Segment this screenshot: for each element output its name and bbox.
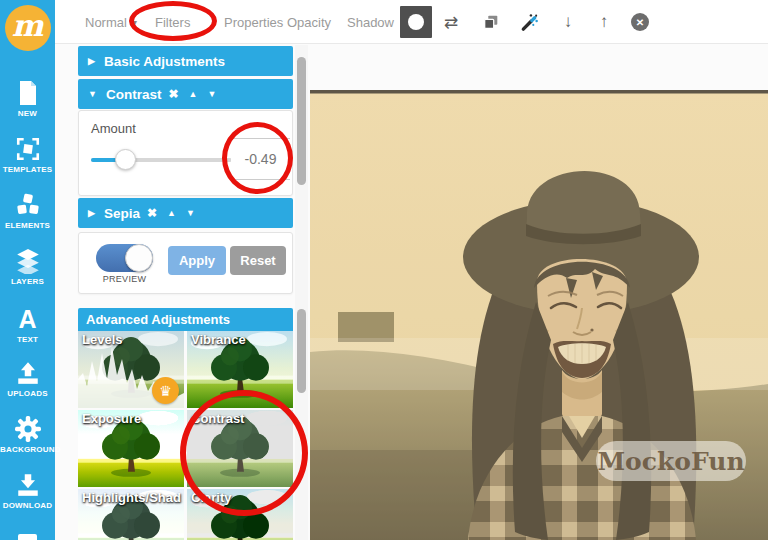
background-icon <box>15 416 41 442</box>
sidebar-item-background[interactable]: BACKGROUND <box>0 416 55 454</box>
amount-slider[interactable] <box>91 158 232 162</box>
premium-crown-icon: ♛ <box>152 377 179 404</box>
expanded-triangle-icon: ▼ <box>88 89 97 99</box>
chevron-down-icon: ▾ <box>132 17 137 28</box>
filter-thumbnail-contrast[interactable]: Contrast <box>187 410 293 487</box>
preview-actions-card: PREVIEW Apply Reset <box>78 232 293 294</box>
move-down-icon[interactable]: ↓ <box>555 0 581 44</box>
sidebar-item-text[interactable]: A TEXT <box>0 306 55 344</box>
delete-icon[interactable]: ✕ <box>627 0 653 44</box>
move-up-icon[interactable]: ↑ <box>591 0 617 44</box>
uploads-icon <box>15 360 41 386</box>
amount-label: Amount <box>91 121 136 136</box>
mockofun-watermark: MockoFun <box>596 441 746 481</box>
mockofun-logo[interactable]: m <box>0 0 55 55</box>
duplicate-icon[interactable] <box>478 0 504 44</box>
collapsed-triangle-icon: ▶ <box>88 56 95 66</box>
filter-thumbnail-vibrance[interactable]: Vibrance <box>187 331 293 408</box>
templates-icon <box>15 136 41 162</box>
sidebar-item-uploads[interactable]: UPLOADS <box>0 360 55 398</box>
new-document-icon <box>17 80 39 106</box>
download-icon <box>15 472 41 498</box>
advanced-adjustments-header: Advanced Adjustments <box>78 308 293 331</box>
amount-value-input[interactable]: -0.49 <box>231 138 290 180</box>
preview-toggle[interactable] <box>96 244 153 272</box>
blend-mode-value: Normal <box>85 15 127 30</box>
swap-arrows-icon[interactable]: ⇄ <box>438 0 464 44</box>
menu-item-opacity[interactable]: Opacity <box>287 0 331 44</box>
sidebar-item-templates[interactable]: TEMPLATES <box>0 136 55 174</box>
menu-item-properties[interactable]: Properties <box>224 0 283 44</box>
text-icon: A <box>0 306 55 332</box>
preview-toggle-label: PREVIEW <box>92 274 157 284</box>
panel-scrollbar[interactable] <box>295 45 308 540</box>
remove-filter-icon[interactable]: ✖ <box>147 206 157 220</box>
move-filter-down-icon[interactable]: ▼ <box>186 208 195 218</box>
apply-button[interactable]: Apply <box>168 246 226 275</box>
sidebar-item-new[interactable]: NEW <box>0 80 55 118</box>
shape-fill-button[interactable] <box>400 6 432 38</box>
move-filter-up-icon[interactable]: ▲ <box>167 208 176 218</box>
circle-shape-icon <box>408 14 424 30</box>
filter-thumbnail-exposure[interactable]: Exposure <box>78 410 184 487</box>
amount-slider-handle[interactable] <box>115 149 136 170</box>
sidebar-item-partial <box>18 534 37 540</box>
collapsed-triangle-icon: ▶ <box>88 208 95 218</box>
sidebar-item-elements[interactable]: ELEMENTS <box>0 192 55 230</box>
menu-item-filters[interactable]: Filters <box>155 0 190 44</box>
filter-thumbnail-levels[interactable]: Levels ♛ <box>78 331 184 408</box>
canvas-area[interactable]: MockoFun <box>309 45 768 540</box>
sidebar-item-layers[interactable]: LAYERS <box>0 248 55 286</box>
section-header-sepia[interactable]: ▶ Sepia ✖ ▲ ▼ <box>78 198 293 228</box>
move-filter-down-icon[interactable]: ▼ <box>207 89 216 99</box>
main-sidebar: m NEW TEMPLATES <box>0 0 55 540</box>
magic-wand-icon[interactable] <box>516 0 542 44</box>
blend-mode-dropdown[interactable]: Normal ▾ <box>85 0 137 44</box>
filter-thumbnail-clarity[interactable]: Clarity <box>187 489 293 540</box>
elements-icon <box>15 192 41 218</box>
remove-filter-icon[interactable]: ✖ <box>168 87 178 101</box>
brand-letter: m <box>12 11 44 41</box>
layers-icon <box>15 248 41 274</box>
menu-item-shadow[interactable]: Shadow <box>347 0 394 44</box>
move-filter-up-icon[interactable]: ▲ <box>189 89 198 99</box>
section-header-contrast[interactable]: ▼ Contrast ✖ ▲ ▼ <box>78 79 293 109</box>
contrast-amount-card: Amount -0.49 <box>78 110 293 196</box>
scrollbar-thumb[interactable] <box>297 309 306 393</box>
sidebar-item-download[interactable]: DOWNLOAD <box>0 472 55 510</box>
filter-thumbnail-highlights-shadows[interactable]: Highlights/Shad <box>78 489 184 540</box>
toggle-knob <box>125 244 153 272</box>
reset-button[interactable]: Reset <box>230 246 286 275</box>
top-toolbar: Normal ▾ Filters Properties Opacity Shad… <box>55 0 768 44</box>
scrollbar-thumb[interactable] <box>297 57 306 185</box>
filters-panel: ▶ Basic Adjustments ▼ Contrast ✖ ▲ ▼ Amo… <box>78 0 293 540</box>
mockofun-editor: Normal ▾ Filters Properties Opacity Shad… <box>0 0 768 540</box>
section-header-basic-adjustments[interactable]: ▶ Basic Adjustments <box>78 46 293 76</box>
